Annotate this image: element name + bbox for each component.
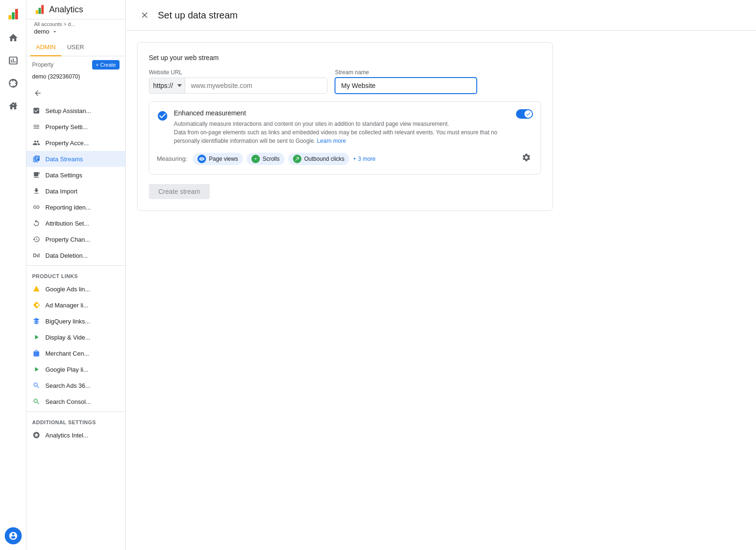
learn-more-link[interactable]: Learn more [317, 138, 346, 144]
sidebar-icon-reports[interactable] [4, 51, 23, 70]
setup-assistant-label: Setup Assistan... [45, 107, 91, 114]
enhanced-title: Enhanced measurement [174, 109, 510, 117]
nav-item-analytics-intel[interactable]: Analytics Intel... [26, 427, 125, 443]
enhanced-measurement-section: Enhanced measurement Automatically measu… [149, 101, 541, 175]
back-row [26, 84, 125, 103]
data-streams-icon [32, 155, 41, 163]
more-measurements-link[interactable]: + 3 more [353, 156, 376, 162]
left-sidebar [0, 0, 26, 550]
property-label: Property [32, 61, 53, 68]
nav-item-data-import[interactable]: Data Import [26, 183, 125, 199]
nav-item-property-access[interactable]: Property Acce... [26, 135, 125, 151]
drawer-panel: Set up data stream Set up your web strea… [126, 0, 756, 550]
stream-name-input[interactable] [335, 78, 477, 94]
create-property-button[interactable]: + Create [92, 60, 120, 70]
property-access-label: Property Acce... [45, 140, 89, 147]
toggle-check-icon [525, 111, 531, 117]
sidebar-icon-home[interactable] [4, 28, 23, 47]
measuring-row: Measuring: Page views Scrolls [157, 151, 533, 166]
property-chan-label: Property Chan... [45, 236, 90, 243]
bigquery-icon [32, 317, 41, 325]
nav-item-setup-assistant[interactable]: Setup Assistan... [26, 103, 125, 119]
product-links-section-label: PRODUCT LINKS [26, 268, 125, 281]
ad-manager-icon [32, 301, 41, 309]
search-console-icon [32, 397, 41, 406]
nav-item-attribution-set[interactable]: Attribution Set... [26, 215, 125, 231]
divider-additional-settings [26, 411, 125, 412]
nav-item-bigquery[interactable]: BigQuery links... [26, 313, 125, 329]
drawer-title: Set up data stream [158, 10, 238, 21]
demo-selector[interactable]: demo [26, 27, 125, 39]
google-play-label: Google Play li... [45, 366, 88, 373]
drawer-header: Set up data stream [126, 0, 756, 31]
toggle-container [516, 109, 533, 119]
nav-item-property-chan[interactable]: Property Chan... [26, 231, 125, 247]
analytics-logo-icon [7, 8, 20, 21]
search-ads-icon [32, 381, 41, 390]
nav-item-search-ads[interactable]: Search Ads 36... [26, 377, 125, 393]
bigquery-label: BigQuery links... [45, 318, 90, 325]
website-url-group: Website URL https:// http:// [149, 69, 327, 94]
chip-page-views: Page views [193, 153, 242, 165]
close-button[interactable] [137, 8, 152, 23]
chip-scrolls: Scrolls [247, 153, 284, 165]
profile-avatar[interactable] [5, 527, 22, 544]
data-import-label: Data Import [45, 188, 77, 195]
sidebar-icon-advertising[interactable] [4, 96, 23, 115]
nav-item-data-settings[interactable]: Data Settings [26, 167, 125, 183]
admin-header-row: Analytics [26, 0, 125, 19]
enhanced-toggle[interactable] [516, 109, 533, 119]
property-chan-icon [32, 235, 41, 244]
search-console-label: Search Consol... [45, 398, 91, 405]
enhanced-header: Enhanced measurement Automatically measu… [157, 109, 533, 145]
sidebar-bottom [5, 527, 22, 550]
analytics-intel-label: Analytics Intel... [45, 432, 88, 439]
tab-admin[interactable]: ADMIN [30, 39, 61, 56]
enhanced-content: Enhanced measurement Automatically measu… [174, 109, 510, 145]
demo-id: demo (329236070) [26, 73, 125, 84]
back-button[interactable] [30, 86, 45, 101]
stream-name-label: Stream name [335, 69, 477, 76]
data-import-icon [32, 187, 41, 195]
nav-item-property-settings[interactable]: Property Setti... [26, 119, 125, 135]
nav-item-display-video[interactable]: Display & Vide... [26, 329, 125, 345]
setup-card: Set up your web stream Website URL https… [137, 42, 553, 211]
merchant-icon [32, 349, 41, 358]
analytics-small-logo [34, 4, 45, 15]
attribution-set-icon [32, 219, 41, 227]
create-stream-button[interactable]: Create stream [149, 184, 210, 199]
data-settings-label: Data Settings [45, 172, 82, 179]
nav-item-reporting-id[interactable]: Reporting Iden... [26, 199, 125, 215]
nav-item-data-deletion[interactable]: Dd Data Deletion... [26, 247, 125, 263]
merchant-label: Merchant Cen... [45, 350, 89, 357]
property-access-icon [32, 139, 41, 147]
measuring-label: Measuring: [157, 155, 187, 162]
display-video-label: Display & Vide... [45, 334, 90, 341]
tab-user[interactable]: USER [61, 39, 90, 56]
google-play-icon [32, 365, 41, 374]
sidebar-icon-explore[interactable] [4, 74, 23, 93]
nav-item-data-streams[interactable]: Data Streams [26, 151, 125, 167]
divider-product-links [26, 265, 125, 266]
website-url-input[interactable] [185, 78, 327, 93]
chip-outbound-clicks: Outbound clicks [288, 153, 349, 165]
svg-rect-3 [35, 10, 38, 14]
svg-rect-1 [12, 12, 15, 19]
attribution-set-label: Attribution Set... [45, 220, 89, 227]
svg-rect-2 [15, 9, 18, 19]
nav-item-search-console[interactable]: Search Consol... [26, 393, 125, 410]
svg-rect-5 [41, 5, 43, 14]
enhanced-measurement-icon [157, 110, 168, 124]
google-ads-icon [32, 285, 41, 293]
google-ads-label: Google Ads lin... [45, 286, 90, 293]
nav-item-ad-manager[interactable]: Ad Manager li... [26, 297, 125, 313]
reporting-id-icon [32, 203, 41, 211]
url-protocol-select[interactable]: https:// http:// [149, 78, 185, 93]
nav-item-google-play[interactable]: Google Play li... [26, 361, 125, 377]
enhanced-desc: Automatically measure interactions and c… [174, 120, 510, 145]
toggle-thumb [524, 110, 532, 118]
nav-item-google-ads[interactable]: Google Ads lin... [26, 281, 125, 297]
nav-item-merchant[interactable]: Merchant Cen... [26, 345, 125, 361]
chevron-down-icon [52, 28, 58, 35]
measurement-settings-button[interactable] [520, 151, 533, 166]
